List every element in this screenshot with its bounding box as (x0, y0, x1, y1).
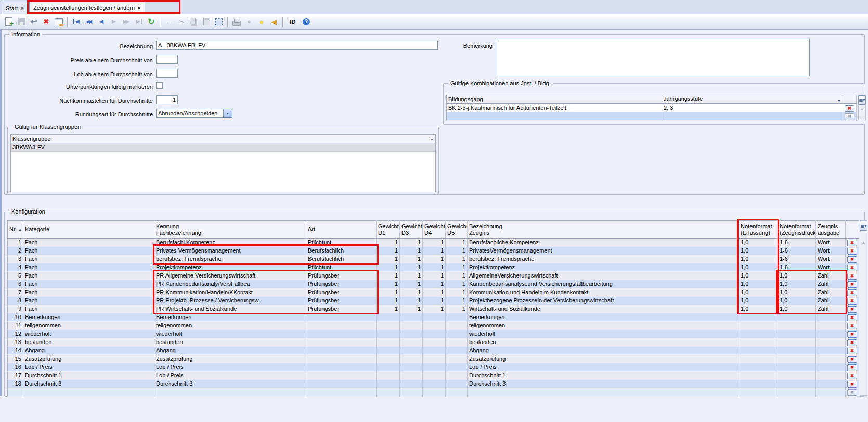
cell-kategorie[interactable]: Zusatzprüfung (23, 355, 154, 363)
cell-gewicht-d5[interactable] (446, 322, 468, 330)
chevron-down-icon[interactable] (224, 109, 232, 118)
cell-notenformat-erfassung[interactable]: 1,0 (739, 305, 778, 313)
cell-gewicht-d1[interactable]: 1 (377, 305, 400, 313)
cell-gewicht-d4[interactable]: 1 (423, 280, 446, 288)
config-row[interactable]: 1 Fach Berufsfachl.Kompetenz Pflichtunt … (8, 239, 859, 247)
lob-input[interactable] (156, 69, 178, 78)
cell-kategorie[interactable]: Fach (23, 280, 154, 288)
notification-button[interactable] (268, 16, 280, 28)
cell-gewicht-d3[interactable]: 1 (400, 239, 423, 247)
cell-nr[interactable]: 7 (8, 288, 23, 297)
delete-row-button[interactable] (847, 356, 857, 363)
cell-gewicht-d4[interactable]: 1 (423, 255, 446, 263)
config-row[interactable]: 16 Lob / Preis Lob / Preis Lob / Preis (8, 363, 859, 372)
cell-notenformat-erfassung[interactable] (739, 330, 778, 338)
cell-gewicht-d5[interactable] (446, 380, 468, 388)
cell-notenformat-zeugnisdruck[interactable] (778, 363, 816, 372)
cell-notenformat-zeugnisdruck[interactable] (778, 372, 816, 380)
cell-nr[interactable] (8, 388, 23, 397)
cell-zeugnisausgabe[interactable]: Wort (816, 247, 846, 255)
cell-gewicht-d4[interactable]: 1 (423, 305, 446, 313)
cell-kategorie[interactable]: Fach (23, 255, 154, 263)
cell-notenformat-erfassung[interactable] (739, 338, 778, 347)
cell-art[interactable] (306, 388, 377, 397)
cell-bezeichnung[interactable]: Durchschnitt 1 (468, 372, 739, 380)
cell-art[interactable] (306, 380, 377, 388)
cell-kennung[interactable]: Durchschnitt 3 (154, 380, 306, 388)
cell-kennung[interactable]: Berufsfachl.Kompetenz (154, 239, 306, 247)
cell-zeugnisausgabe[interactable]: Wort (816, 263, 846, 272)
cell-notenformat-erfassung[interactable] (739, 363, 778, 372)
cell-zeugnisausgabe[interactable]: Zahl (816, 297, 846, 305)
cell-kategorie[interactable]: wiederholt (23, 330, 154, 338)
cell-art[interactable] (306, 363, 377, 372)
tab-zeugniseinstellungen[interactable]: Zeugniseinstellungen festlegen / ändern (29, 1, 145, 14)
delete-row-button[interactable] (847, 364, 857, 371)
cell-kennung[interactable]: teilgenommen (154, 322, 306, 330)
tab-start[interactable]: Start (2, 2, 28, 14)
col-gewicht-d1[interactable]: GewichtD1 (377, 221, 400, 239)
cell-gewicht-d3[interactable]: 1 (400, 263, 423, 272)
cell-kennung[interactable]: Abgang (154, 347, 306, 355)
cell-bezeichnung[interactable]: Projektkompetenz (468, 263, 739, 272)
cell-gewicht-d5[interactable] (446, 347, 468, 355)
cell-gewicht-d1[interactable]: 1 (377, 288, 400, 297)
preis-input[interactable] (156, 55, 178, 64)
klassengruppe-row[interactable]: 3BKWA3-FV (11, 143, 435, 152)
cell-notenformat-erfassung[interactable] (739, 372, 778, 380)
col-kennung[interactable]: KennungFachbezeichnung (154, 221, 306, 239)
cell-kategorie[interactable]: Durchschnitt 3 (23, 380, 154, 388)
delete-row-button[interactable] (845, 105, 854, 112)
delete-row-button[interactable] (847, 314, 857, 321)
col-kategorie[interactable]: Kategorie (23, 221, 154, 239)
cell-bezeichnung[interactable]: Lob / Preis (468, 363, 739, 372)
cell-zeugnisausgabe[interactable]: Zahl (816, 288, 846, 297)
cell-nr[interactable]: 12 (8, 330, 23, 338)
cell-gewicht-d1[interactable] (377, 313, 400, 322)
config-row[interactable]: 4 Fach Projektkompetenz Pflichtunt 1 1 1… (8, 263, 859, 272)
delete-record-button[interactable] (40, 16, 53, 28)
cell-gewicht-d1[interactable]: 1 (377, 263, 400, 272)
cell-gewicht-d1[interactable] (377, 338, 400, 347)
cell-gewicht-d4[interactable]: 1 (423, 297, 446, 305)
config-row[interactable]: 5 Fach PR Allgemeine Versicherungswirtsc… (8, 272, 859, 280)
cell-art[interactable] (306, 347, 377, 355)
cell-zeugnisausgabe[interactable]: Zahl (816, 280, 846, 288)
config-row[interactable]: 3 Fach berufsbez. Fremdsprache Berufsfac… (8, 255, 859, 263)
cell-kategorie[interactable]: Durchschnitt 1 (23, 372, 154, 380)
cell-gewicht-d5[interactable] (446, 338, 468, 347)
next-record-button[interactable] (108, 16, 120, 28)
config-row[interactable]: 6 Fach PR Kundenbedarfsanaly/VersFallbea… (8, 280, 859, 288)
delete-row-button[interactable] (847, 248, 857, 255)
cell-nr[interactable]: 8 (8, 297, 23, 305)
sort-asc-icon[interactable] (17, 226, 22, 233)
cell-gewicht-d3[interactable] (400, 330, 423, 338)
cell-kennung[interactable]: bestanden (154, 338, 306, 347)
cell-art[interactable]: Berufsfachlich (306, 247, 377, 255)
cell-bezeichnung[interactable]: Berufsfachliche Kompetenz (468, 239, 739, 247)
config-row[interactable]: 12 wiederholt wiederholt wiederholt (8, 330, 859, 338)
cell-kennung[interactable]: PR Allgemeine Versicherungswirtschaft (154, 272, 306, 280)
cell-kategorie[interactable]: Fach (23, 263, 154, 272)
cell-nr[interactable]: 11 (8, 322, 23, 330)
sort-asc-icon[interactable] (429, 135, 434, 143)
cell-notenformat-erfassung[interactable] (739, 388, 778, 397)
cell-gewicht-d3[interactable]: 1 (400, 305, 423, 313)
cell-art[interactable]: Pflichtunt (306, 239, 377, 247)
delete-row-button[interactable] (847, 281, 857, 288)
delete-row-button[interactable] (847, 339, 857, 346)
cell-kennung[interactable]: PR Projektb. Prozesse / Versicherungsw. (154, 297, 306, 305)
cell-nr[interactable]: 18 (8, 380, 23, 388)
cell-notenformat-zeugnisdruck[interactable] (778, 355, 816, 363)
cell-zeugnisausgabe[interactable]: Wort (816, 255, 846, 263)
config-row[interactable]: 15 Zusatzprüfung Zusatzprüfung Zusatzprü… (8, 355, 859, 363)
cell-notenformat-erfassung[interactable]: 1,0 (739, 288, 778, 297)
delete-row-button[interactable] (847, 323, 857, 329)
cell-gewicht-d5[interactable]: 1 (446, 239, 468, 247)
config-row[interactable]: 17 Durchschnitt 1 Lob / Preis Durchschni… (8, 372, 859, 380)
cell-kennung[interactable]: Lob / Preis (154, 363, 306, 372)
save-button[interactable] (15, 16, 28, 28)
cell-gewicht-d5[interactable]: 1 (446, 288, 468, 297)
cell-art[interactable] (306, 322, 377, 330)
col-bezeichnung-zeugnis[interactable]: BezeichnungZeugnis (468, 221, 739, 239)
